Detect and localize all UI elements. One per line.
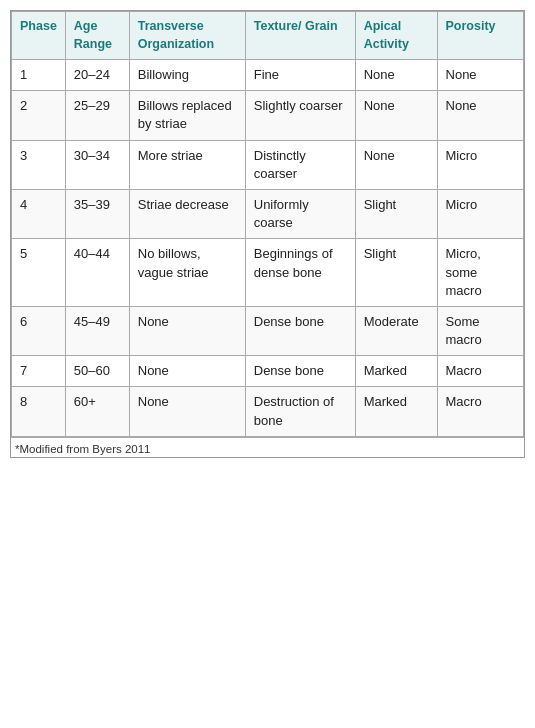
- cell-texture_grain: Distinctly coarser: [245, 140, 355, 189]
- cell-texture_grain: Uniformly coarse: [245, 189, 355, 238]
- cell-texture_grain: Slightly coarser: [245, 91, 355, 140]
- cell-texture_grain: Dense bone: [245, 306, 355, 355]
- cell-apical_activity: None: [355, 140, 437, 189]
- cell-phase: 3: [12, 140, 66, 189]
- cell-porosity: None: [437, 91, 523, 140]
- header-texture-grain: Texture/ Grain: [245, 12, 355, 60]
- cell-porosity: Macro: [437, 356, 523, 387]
- cell-apical_activity: Marked: [355, 356, 437, 387]
- cell-transverse_org: None: [129, 387, 245, 436]
- cell-age_range: 20–24: [65, 60, 129, 91]
- cell-age_range: 45–49: [65, 306, 129, 355]
- cell-porosity: None: [437, 60, 523, 91]
- cell-porosity: Micro, some macro: [437, 239, 523, 307]
- cell-phase: 8: [12, 387, 66, 436]
- table-container: Phase Age Range Transverse Organization …: [10, 10, 525, 458]
- table-row: 225–29Billows replaced by striaeSlightly…: [12, 91, 524, 140]
- table-footnote: *Modified from Byers 2011: [11, 437, 524, 457]
- cell-texture_grain: Beginnings of dense bone: [245, 239, 355, 307]
- cell-porosity: Micro: [437, 140, 523, 189]
- header-row: Phase Age Range Transverse Organization …: [12, 12, 524, 60]
- cell-transverse_org: None: [129, 306, 245, 355]
- cell-phase: 7: [12, 356, 66, 387]
- cell-apical_activity: None: [355, 91, 437, 140]
- header-porosity: Porosity: [437, 12, 523, 60]
- table-row: 645–49NoneDense boneModerateSome macro: [12, 306, 524, 355]
- cell-phase: 1: [12, 60, 66, 91]
- cell-apical_activity: Slight: [355, 239, 437, 307]
- table-row: 330–34More striaeDistinctly coarserNoneM…: [12, 140, 524, 189]
- cell-apical_activity: Marked: [355, 387, 437, 436]
- table-row: 540–44No billows, vague striaeBeginnings…: [12, 239, 524, 307]
- cell-age_range: 35–39: [65, 189, 129, 238]
- table-row: 750–60NoneDense boneMarkedMacro: [12, 356, 524, 387]
- cell-transverse_org: None: [129, 356, 245, 387]
- cell-transverse_org: Striae decrease: [129, 189, 245, 238]
- table-row: 860+NoneDestruction of boneMarkedMacro: [12, 387, 524, 436]
- cell-apical_activity: None: [355, 60, 437, 91]
- cell-age_range: 40–44: [65, 239, 129, 307]
- cell-age_range: 30–34: [65, 140, 129, 189]
- cell-phase: 6: [12, 306, 66, 355]
- cell-porosity: Macro: [437, 387, 523, 436]
- cell-phase: 5: [12, 239, 66, 307]
- phase-table: Phase Age Range Transverse Organization …: [11, 11, 524, 437]
- cell-transverse_org: No billows, vague striae: [129, 239, 245, 307]
- cell-phase: 4: [12, 189, 66, 238]
- cell-apical_activity: Slight: [355, 189, 437, 238]
- cell-age_range: 60+: [65, 387, 129, 436]
- cell-texture_grain: Destruction of bone: [245, 387, 355, 436]
- cell-transverse_org: Billows replaced by striae: [129, 91, 245, 140]
- cell-texture_grain: Dense bone: [245, 356, 355, 387]
- cell-phase: 2: [12, 91, 66, 140]
- header-age-range: Age Range: [65, 12, 129, 60]
- header-phase: Phase: [12, 12, 66, 60]
- cell-porosity: Micro: [437, 189, 523, 238]
- cell-porosity: Some macro: [437, 306, 523, 355]
- header-transverse-org: Transverse Organization: [129, 12, 245, 60]
- cell-transverse_org: More striae: [129, 140, 245, 189]
- cell-age_range: 50–60: [65, 356, 129, 387]
- header-apical-activity: Apical Activity: [355, 12, 437, 60]
- table-row: 120–24BillowingFineNoneNone: [12, 60, 524, 91]
- cell-apical_activity: Moderate: [355, 306, 437, 355]
- table-row: 435–39Striae decreaseUniformly coarseSli…: [12, 189, 524, 238]
- cell-transverse_org: Billowing: [129, 60, 245, 91]
- cell-age_range: 25–29: [65, 91, 129, 140]
- cell-texture_grain: Fine: [245, 60, 355, 91]
